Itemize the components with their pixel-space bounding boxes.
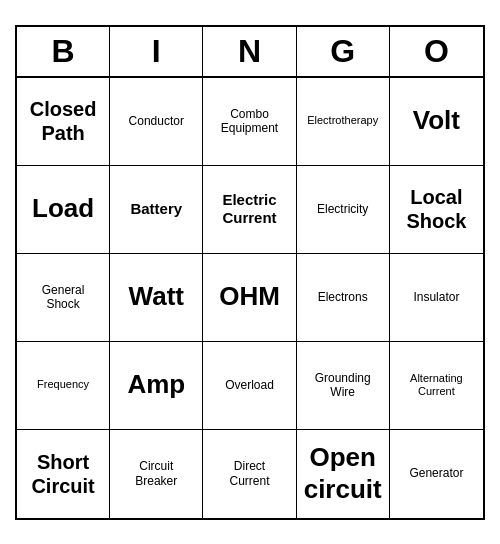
- cell-label: Amp: [127, 369, 185, 400]
- bingo-cell: Electrotherapy: [297, 78, 390, 166]
- cell-label: ShortCircuit: [31, 450, 94, 498]
- cell-label: Generator: [409, 466, 463, 480]
- cell-label: GeneralShock: [42, 283, 85, 312]
- header-letter: N: [203, 27, 296, 76]
- cell-label: Frequency: [37, 378, 89, 391]
- cell-label: ElectricCurrent: [222, 191, 276, 227]
- bingo-cell: Electricity: [297, 166, 390, 254]
- bingo-cell: Opencircuit: [297, 430, 390, 518]
- cell-label: DirectCurrent: [229, 459, 269, 488]
- bingo-cell: Frequency: [17, 342, 110, 430]
- bingo-header: BINGO: [17, 27, 483, 78]
- bingo-cell: ElectricCurrent: [203, 166, 296, 254]
- header-letter: I: [110, 27, 203, 76]
- bingo-cell: Conductor: [110, 78, 203, 166]
- bingo-cell: CircuitBreaker: [110, 430, 203, 518]
- cell-label: Overload: [225, 378, 274, 392]
- bingo-cell: Watt: [110, 254, 203, 342]
- bingo-cell: Overload: [203, 342, 296, 430]
- cell-label: Load: [32, 193, 94, 224]
- bingo-grid: ClosedPathConductorComboEquipmentElectro…: [17, 78, 483, 518]
- cell-label: Electricity: [317, 202, 368, 216]
- bingo-cell: Electrons: [297, 254, 390, 342]
- bingo-cell: Load: [17, 166, 110, 254]
- cell-label: ClosedPath: [30, 97, 97, 145]
- bingo-cell: ShortCircuit: [17, 430, 110, 518]
- bingo-cell: LocalShock: [390, 166, 483, 254]
- cell-label: Volt: [413, 105, 460, 136]
- cell-label: LocalShock: [406, 185, 466, 233]
- header-letter: G: [297, 27, 390, 76]
- cell-label: Electrotherapy: [307, 114, 378, 127]
- bingo-cell: Battery: [110, 166, 203, 254]
- cell-label: Electrons: [318, 290, 368, 304]
- bingo-cell: ComboEquipment: [203, 78, 296, 166]
- header-letter: O: [390, 27, 483, 76]
- bingo-cell: Amp: [110, 342, 203, 430]
- bingo-cell: Volt: [390, 78, 483, 166]
- bingo-card: BINGO ClosedPathConductorComboEquipmentE…: [15, 25, 485, 520]
- cell-label: Insulator: [413, 290, 459, 304]
- cell-label: ComboEquipment: [221, 107, 278, 136]
- cell-label: Watt: [129, 281, 184, 312]
- bingo-cell: ClosedPath: [17, 78, 110, 166]
- bingo-cell: Insulator: [390, 254, 483, 342]
- cell-label: Opencircuit: [304, 442, 382, 504]
- cell-label: CircuitBreaker: [135, 459, 177, 488]
- header-letter: B: [17, 27, 110, 76]
- cell-label: AlternatingCurrent: [410, 372, 463, 398]
- cell-label: OHM: [219, 281, 280, 312]
- cell-label: GroundingWire: [315, 371, 371, 400]
- bingo-cell: GeneralShock: [17, 254, 110, 342]
- bingo-cell: OHM: [203, 254, 296, 342]
- bingo-cell: Generator: [390, 430, 483, 518]
- cell-label: Conductor: [129, 114, 184, 128]
- bingo-cell: DirectCurrent: [203, 430, 296, 518]
- bingo-cell: GroundingWire: [297, 342, 390, 430]
- cell-label: Battery: [130, 200, 182, 218]
- bingo-cell: AlternatingCurrent: [390, 342, 483, 430]
